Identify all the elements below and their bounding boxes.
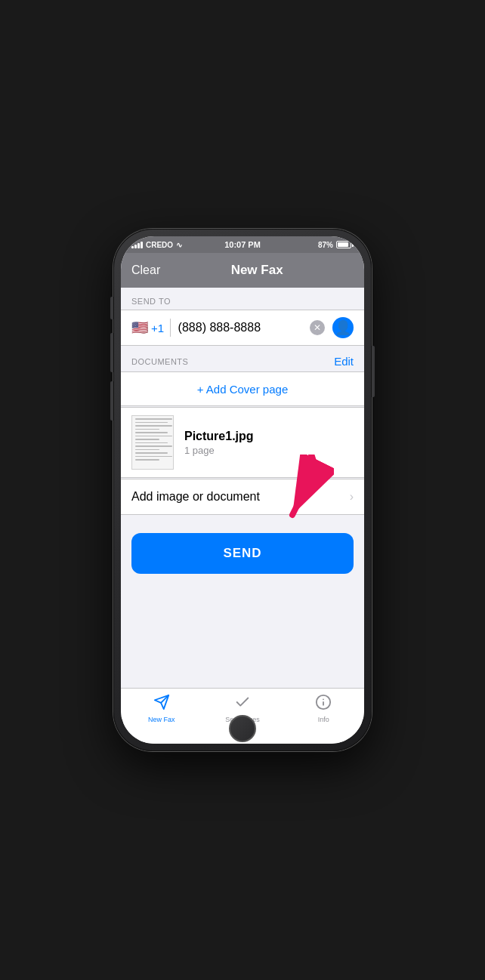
wifi-icon: ∿ <box>176 241 182 249</box>
page-title: New Fax <box>160 263 354 278</box>
add-document-text: Add image or document <box>131 490 350 504</box>
navigation-bar: Clear New Fax <box>121 253 364 288</box>
doc-line-7 <box>135 439 159 440</box>
battery-indicator <box>336 241 354 248</box>
close-icon: ✕ <box>314 322 321 333</box>
signal-bars <box>131 241 143 248</box>
signal-bar-2 <box>134 245 137 248</box>
document-thumbnail <box>131 415 174 470</box>
battery-body <box>336 241 351 248</box>
doc-line-10 <box>135 449 159 451</box>
doc-line-11 <box>135 452 168 454</box>
status-bar: CREDO ∿ 10:07 PM 87% <box>121 236 364 253</box>
home-button-area <box>121 729 364 744</box>
doc-line-8 <box>135 442 168 444</box>
home-button[interactable] <box>229 715 256 742</box>
battery-tip <box>352 243 354 247</box>
signal-bar-4 <box>141 242 143 248</box>
power-button[interactable] <box>372 346 375 397</box>
doc-line-1 <box>135 418 172 420</box>
info-icon <box>315 694 332 714</box>
send-button[interactable]: SEND <box>131 533 354 574</box>
tab-info-label: Info <box>318 716 329 723</box>
documents-header: DOCUMENTS Edit <box>121 346 364 371</box>
person-icon: 👤 <box>335 319 351 336</box>
chevron-right-icon: › <box>350 490 354 504</box>
country-code: +1 <box>151 322 164 334</box>
sent-faxes-icon <box>234 694 251 714</box>
document-name: Picture1.jpg <box>184 430 254 443</box>
signal-bar-3 <box>137 243 140 248</box>
phone-screen: CREDO ∿ 10:07 PM 87% Clear New Fax <box>121 236 364 744</box>
document-item[interactable]: Picture1.jpg 1 page <box>121 407 364 478</box>
input-divider <box>170 319 171 337</box>
flag-icon: 🇺🇸 <box>131 319 148 336</box>
edit-button[interactable]: Edit <box>334 355 354 368</box>
doc-line-2 <box>135 422 168 424</box>
documents-label: DOCUMENTS <box>131 357 188 366</box>
send-button-label: SEND <box>223 546 261 561</box>
send-area: SEND <box>121 522 364 584</box>
country-selector[interactable]: 🇺🇸 +1 <box>131 319 164 336</box>
doc-line-9 <box>135 445 172 447</box>
add-cover-text: + Add Cover page <box>197 383 289 396</box>
tab-new-fax-label: New Fax <box>148 716 175 723</box>
signal-bar-1 <box>131 246 134 248</box>
add-document-row[interactable]: Add image or document › <box>121 479 364 515</box>
clear-number-button[interactable]: ✕ <box>310 320 325 335</box>
battery-percent: 87% <box>318 241 333 249</box>
status-right: 87% <box>318 241 354 249</box>
carrier-name: CREDO <box>146 241 173 249</box>
new-fax-icon <box>153 694 170 714</box>
add-cover-row[interactable]: + Add Cover page <box>121 371 364 406</box>
document-pages: 1 page <box>184 445 254 456</box>
status-left: CREDO ∿ <box>131 241 182 249</box>
tab-info[interactable]: Info <box>283 694 364 723</box>
contact-picker-button[interactable]: 👤 <box>332 317 354 338</box>
tab-new-fax[interactable]: New Fax <box>121 694 202 723</box>
document-info: Picture1.jpg 1 page <box>184 430 254 456</box>
battery-fill <box>338 242 348 247</box>
doc-line-3 <box>135 425 172 427</box>
doc-line-13 <box>135 459 159 461</box>
doc-line-12 <box>135 456 172 458</box>
phone-input-row[interactable]: 🇺🇸 +1 (888) 888-8888 ✕ 👤 <box>121 310 364 346</box>
phone-frame: CREDO ∿ 10:07 PM 87% Clear New Fax <box>113 229 372 751</box>
doc-line-5 <box>135 432 168 433</box>
empty-space <box>121 584 364 688</box>
main-content: SEND TO 🇺🇸 +1 (888) 888-8888 ✕ 👤 DOCUMEN… <box>121 288 364 688</box>
doc-line-6 <box>135 436 172 437</box>
status-time: 10:07 PM <box>224 240 261 249</box>
phone-number-display: (888) 888-8888 <box>178 321 310 334</box>
vol-up-button[interactable] <box>110 333 113 372</box>
doc-line-4 <box>135 429 159 430</box>
vol-down-button[interactable] <box>110 381 113 421</box>
send-to-header: SEND TO <box>121 288 364 310</box>
send-area-container: SEND <box>121 515 364 584</box>
clear-button[interactable]: Clear <box>131 263 160 277</box>
